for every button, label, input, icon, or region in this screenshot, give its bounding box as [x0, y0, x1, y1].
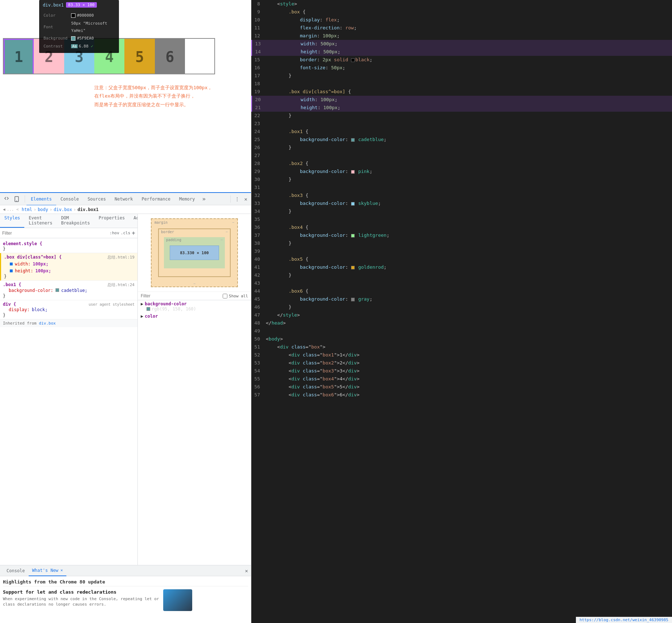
tab-memory[interactable]: Memory	[175, 193, 199, 206]
computed-filter-input[interactable]	[141, 293, 220, 298]
add-style-button[interactable]: +	[132, 230, 135, 236]
device-icon[interactable]	[12, 194, 22, 204]
pseudo-filter-button[interactable]: :hov	[110, 231, 119, 235]
computed-prop-color-row: ▶ color	[141, 314, 248, 319]
css-rules-list: element.style { } .box div[class^=box] {…	[0, 238, 137, 565]
code-line-23: 23	[251, 120, 672, 128]
rule-selector-boxdiv: .box div[class^=box] {	[4, 255, 62, 260]
code-line-9: 9 .box {	[251, 8, 672, 16]
code-line-43: 43	[251, 279, 672, 287]
line-num-20: 20	[252, 96, 267, 104]
article-text: Support for let and class redeclarations…	[3, 589, 159, 611]
tab-event-listeners[interactable]: Event Listeners	[24, 214, 57, 228]
show-all-label: Show all	[229, 294, 248, 298]
inspect-icon[interactable]	[1, 194, 12, 204]
console-close-button[interactable]: ✕	[245, 568, 248, 574]
css-property-bgcolor: background-color: cadetblue;	[3, 288, 135, 293]
tab-console[interactable]: Console	[56, 193, 83, 206]
line-content-52: <div class="box1">1</div>	[266, 351, 672, 359]
tab-styles[interactable]: Styles	[0, 214, 24, 228]
line-num-31: 31	[251, 183, 266, 191]
prop-name-bgcolor: background-color:	[9, 288, 53, 293]
line-num-30: 30	[251, 176, 266, 183]
preview-area: div.box1 83.33 × 100 Color #000000 Font …	[0, 0, 251, 192]
line-num-45: 45	[251, 295, 266, 303]
code-line-46: 46 }	[251, 303, 672, 311]
code-line-12: 12 margin: 100px;	[251, 32, 672, 40]
computed-prop-triangle[interactable]: ▶	[141, 301, 143, 306]
breadcrumb-divbox[interactable]: div.box	[54, 207, 72, 212]
tab-sources[interactable]: Sources	[83, 193, 110, 206]
inherited-from-link[interactable]: div.box	[39, 321, 55, 326]
computed-prop-value-bgcolor: rgb(95, 158, 160)	[152, 306, 196, 312]
computed-panel: margin − border − padding −	[138, 214, 251, 565]
line-content-57: <div class="box6">6</div>	[266, 391, 672, 399]
code-line-24: 24 .box1 {	[251, 128, 672, 136]
line-content-54: <div class="box3">3</div>	[266, 367, 672, 375]
tab-whats-new[interactable]: What's New ✕	[29, 565, 67, 576]
tooltip-size: 83.33 × 100	[66, 2, 97, 8]
computed-prop-name-bgcolor: background-color	[145, 301, 187, 306]
url-bar: https://blog.csdn.net/weixin_46390985	[576, 617, 672, 623]
flex-box-6: 6	[155, 39, 185, 74]
line-num-54: 54	[251, 367, 266, 375]
breadcrumb-html[interactable]: html	[22, 207, 32, 212]
tab-performance[interactable]: Performance	[137, 193, 175, 206]
computed-prop-color-triangle[interactable]: ▶	[141, 314, 143, 319]
tab-properties[interactable]: Properties	[94, 214, 129, 228]
breadcrumb-divbox1[interactable]: div.box1	[78, 207, 99, 212]
code-line-36: 36 .box4 {	[251, 223, 672, 231]
line-content-24: .box1 {	[266, 128, 672, 136]
tab-network[interactable]: Network	[110, 193, 137, 206]
breadcrumb-body[interactable]: body	[38, 207, 48, 212]
whats-new-close[interactable]: ✕	[61, 565, 63, 576]
rule-brace-close2: }	[3, 293, 5, 298]
prop-value-width: 100px;	[33, 261, 48, 267]
code-line-42: 42 }	[251, 271, 672, 279]
line-num-21: 21	[252, 104, 267, 112]
styles-filter-bar: :hov .cls +	[0, 228, 137, 238]
tab-elements[interactable]: Elements	[26, 193, 56, 206]
box-model-diagram: margin − border − padding −	[151, 218, 238, 287]
cls-filter-button[interactable]: .cls	[121, 231, 131, 235]
show-all-checkbox[interactable]: Show all	[223, 294, 248, 298]
tab-console-bottom[interactable]: Console	[3, 565, 29, 576]
line-content-38: }	[266, 239, 672, 247]
breadcrumb: ◀ ... < html › body › div.box › div.box1	[0, 205, 251, 214]
line-num-51: 51	[251, 343, 266, 351]
computed-prop-row: ▶ background-color	[141, 301, 248, 306]
code-line-51: 51 <div class="box">	[251, 343, 672, 351]
line-num-56: 56	[251, 383, 266, 391]
line-num-43: 43	[251, 279, 266, 287]
line-content-15: border: 2px solid black;	[266, 56, 672, 64]
line-num-57: 57	[251, 391, 266, 399]
close-devtools-button[interactable]: ✕	[242, 196, 250, 202]
contrast-label: Contrast	[44, 43, 70, 50]
line-content-25: background-color: cadetblue;	[266, 136, 672, 144]
tab-dom-breakpoints[interactable]: DOM Breakpoints	[57, 214, 94, 228]
line-num-28: 28	[251, 160, 266, 168]
code-line-53: 53 <div class="box2">2</div>	[251, 359, 672, 367]
settings-icon[interactable]: ⋮	[232, 194, 242, 204]
code-line-55: 55 <div class="box4">4</div>	[251, 375, 672, 383]
css-property-height: height: 100px;	[4, 267, 135, 274]
article-title: Support for let and class redeclarations	[3, 589, 159, 595]
whats-new-article: Support for let and class redeclarations…	[3, 586, 248, 611]
line-content-13: width: 500px;	[267, 40, 672, 48]
line-content-9: .box {	[266, 8, 672, 16]
rule-source-boxdiv[interactable]: 总结.html:19	[107, 255, 135, 260]
code-line-38: 38 }	[251, 239, 672, 247]
css-property-display: display: block;	[3, 307, 135, 313]
whats-new-label: What's New	[32, 565, 58, 576]
code-line-20: 20 width: 100px;	[251, 96, 672, 104]
code-editor: 8 <style> 9 .box { 10 display: flex; 11 …	[251, 0, 672, 623]
line-num-27: 27	[251, 152, 266, 160]
tab-accessibility[interactable]: Accessibility	[129, 214, 138, 228]
prop-name-height: height:	[15, 268, 33, 273]
show-all-check[interactable]	[223, 294, 227, 298]
rule-source-box1[interactable]: 总结.html:24	[107, 282, 135, 288]
more-tabs-icon[interactable]: »	[199, 195, 209, 202]
styles-filter-input[interactable]	[2, 231, 110, 236]
rule-source-ua: user agent stylesheet	[89, 302, 135, 306]
code-line-25: 25 background-color: cadetblue;	[251, 136, 672, 144]
